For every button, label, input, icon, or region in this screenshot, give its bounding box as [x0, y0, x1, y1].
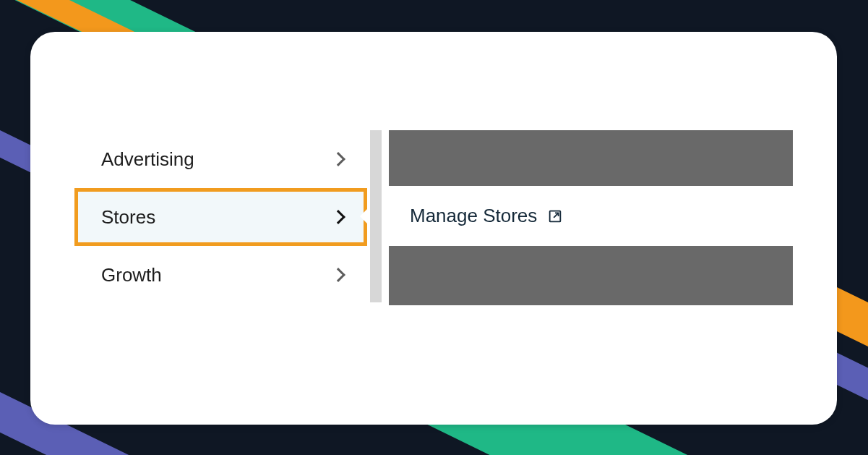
nav-item-label: Growth	[101, 264, 162, 286]
nav-item-stores[interactable]: Stores	[74, 188, 367, 246]
submenu-pointer-icon	[360, 206, 370, 226]
nav-item-advertising[interactable]: Advertising	[74, 130, 367, 188]
panel-placeholder-bottom	[389, 246, 793, 305]
nav-item-growth[interactable]: Growth	[74, 246, 367, 304]
scroll-rail	[370, 130, 382, 302]
chevron-right-icon	[331, 268, 345, 282]
panel-placeholder-top	[389, 130, 793, 186]
submenu-item-label: Manage Stores	[410, 205, 537, 227]
external-link-icon	[547, 208, 563, 224]
chevron-right-icon	[331, 152, 345, 166]
chevron-right-icon	[331, 210, 345, 224]
nav-item-label: Advertising	[101, 148, 194, 171]
submenu-item-manage-stores[interactable]: Manage Stores	[382, 186, 793, 246]
nav-menu: Advertising Stores Growth	[74, 130, 367, 304]
nav-item-label: Stores	[101, 206, 155, 229]
main-card: Advertising Stores Growth Manage Stores	[30, 32, 837, 425]
submenu-panel: Manage Stores	[370, 130, 793, 302]
